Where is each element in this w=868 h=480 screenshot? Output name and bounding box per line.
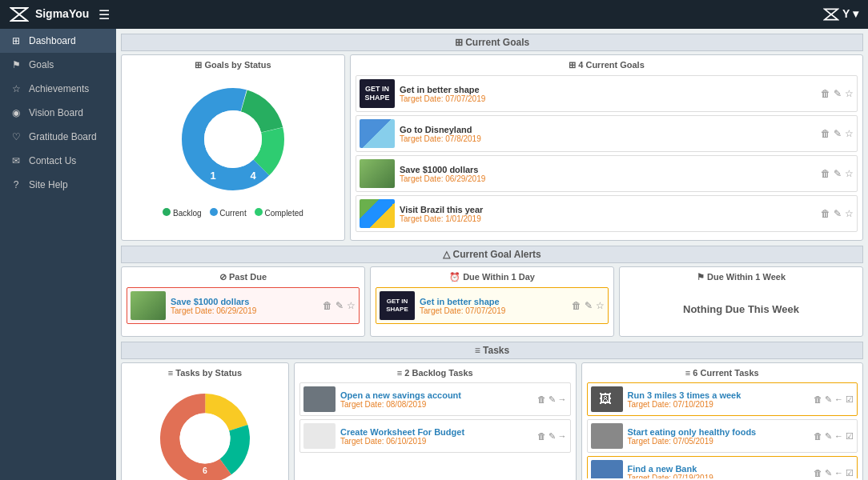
- arrow-task-button[interactable]: →: [558, 431, 567, 442]
- goal-info: Go to Disneyland Target Date: 07/8/2019: [400, 125, 816, 143]
- goals-by-status-card: ⊞ Goals by Status 1 4: [121, 54, 345, 241]
- current-tasks-card: ≡ 6 Current Tasks 🖼 Run 3 miles 3 times …: [581, 362, 864, 480]
- delete-goal-button[interactable]: 🗑: [821, 128, 830, 139]
- delete-goal-button[interactable]: 🗑: [821, 88, 830, 99]
- nothing-due-text: Nothing Due This Week: [625, 287, 858, 331]
- delete-goal-button[interactable]: 🗑: [821, 168, 830, 179]
- tasks-donut-chart: 2 2 6: [149, 382, 261, 480]
- task-info: Open a new savings account Target Date: …: [340, 390, 532, 409]
- delete-task-button[interactable]: 🗑: [814, 394, 822, 405]
- delete-alert-button[interactable]: 🗑: [323, 300, 332, 311]
- goal-item: Save $1000 dollars Target Date: 06/29/20…: [356, 155, 858, 192]
- star-goal-button[interactable]: ☆: [845, 128, 854, 139]
- sidebar-item-dashboard[interactable]: ⊞ Dashboard: [0, 29, 116, 53]
- goal-info: Save $1000 dollars Target Date: 06/29/20…: [400, 165, 816, 183]
- task-item: 🖼 Run 3 miles 3 times a week Target Date…: [587, 382, 858, 416]
- task-thumb-run: 🖼: [591, 386, 623, 412]
- goal-item: Visit Brazil this year Target Date: 1/01…: [356, 195, 858, 232]
- sidebar-item-achievements[interactable]: ☆ Achievements: [0, 77, 116, 101]
- star-goal-button[interactable]: ☆: [845, 208, 854, 219]
- check-task-button[interactable]: ☑: [846, 431, 854, 442]
- current-goals-section-header: ⊞ Current Goals: [121, 34, 863, 51]
- check-task-button[interactable]: ☑: [846, 468, 854, 478]
- task-item: Create Worksheet For Budget Target Date:…: [299, 419, 571, 453]
- task-actions: 🗑 ✎ →: [537, 394, 567, 405]
- site-help-icon: ?: [10, 179, 22, 190]
- goal-actions: 🗑 ✎ ☆: [821, 128, 854, 139]
- task-item: Open a new savings account Target Date: …: [299, 382, 571, 416]
- edit-task-button[interactable]: ✎: [549, 394, 556, 405]
- sidebar-item-site-help[interactable]: ? Site Help: [0, 173, 116, 197]
- sidebar-item-contact-us[interactable]: ✉ Contact Us: [0, 149, 116, 173]
- svg-text:6: 6: [203, 466, 207, 475]
- arrow-left-task-button[interactable]: ←: [834, 394, 843, 405]
- svg-text:4: 4: [250, 170, 256, 182]
- current-tasks-list: 🖼 Run 3 miles 3 times a week Target Date…: [587, 382, 858, 478]
- check-task-button[interactable]: ☑: [846, 394, 854, 405]
- edit-task-button[interactable]: ✎: [549, 431, 556, 442]
- current-goals-list-title: ⊞ 4 Current Goals: [356, 60, 858, 70]
- arrow-task-button[interactable]: →: [558, 394, 567, 405]
- delete-task-button[interactable]: 🗑: [814, 468, 822, 478]
- star-goal-button[interactable]: ☆: [845, 168, 854, 179]
- arrow-left-task-button[interactable]: ←: [834, 431, 843, 442]
- svg-text:1: 1: [230, 110, 235, 122]
- dashboard-icon: ⊞: [10, 35, 22, 46]
- due-1day-actions: 🗑 ✎ ☆: [572, 300, 605, 311]
- app-logo: SigmaYou: [10, 6, 89, 22]
- goal-alerts-section-header: △ Current Goal Alerts: [121, 246, 863, 263]
- goal-thumb-get-in-shape: GET IN SHAPE: [360, 79, 395, 108]
- task-info: Run 3 miles 3 times a week Target Date: …: [628, 390, 810, 409]
- sidebar-item-gratitude-board[interactable]: ♡ Gratitude Board: [0, 125, 116, 149]
- goal-actions: 🗑 ✎ ☆: [821, 88, 854, 99]
- delete-goal-button[interactable]: 🗑: [821, 208, 830, 219]
- edit-task-button[interactable]: ✎: [825, 431, 832, 442]
- svg-text:🖼: 🖼: [599, 392, 612, 406]
- task-info: Start eating only healthy foods Target D…: [628, 427, 810, 446]
- top-nav-left: SigmaYou ☰: [10, 6, 110, 22]
- star-1day-button[interactable]: ☆: [596, 300, 605, 311]
- delete-task-button[interactable]: 🗑: [537, 394, 546, 405]
- edit-1day-button[interactable]: ✎: [585, 300, 593, 311]
- due-1week-card: ⚑ Due Within 1 Week Nothing Due This Wee…: [619, 266, 863, 337]
- due-1day-title: ⏰ Due Within 1 Day: [376, 272, 609, 282]
- goals-icon: ⚑: [10, 59, 22, 70]
- delete-1day-button[interactable]: 🗑: [572, 300, 581, 311]
- delete-task-button[interactable]: 🗑: [537, 431, 546, 442]
- current-tasks-title: ≡ 6 Current Tasks: [587, 368, 858, 378]
- past-due-thumb: [131, 291, 166, 320]
- task-actions: 🗑 ✎ ← ☑: [814, 468, 854, 478]
- goal-item: GET IN SHAPE Get in better shape Target …: [356, 75, 858, 112]
- task-thumb-bank: [591, 460, 623, 478]
- goals-donut-chart: 1 4 1: [169, 75, 297, 203]
- edit-alert-button[interactable]: ✎: [336, 300, 344, 311]
- due-1day-item: GET IN SHAPE Get in better shape Target …: [376, 287, 609, 324]
- edit-goal-button[interactable]: ✎: [834, 168, 842, 179]
- svg-point-12: [180, 414, 231, 464]
- edit-goal-button[interactable]: ✎: [834, 128, 842, 139]
- goal-thumb-brazil: [360, 199, 395, 228]
- sidebar-item-vision-board[interactable]: ◉ Vision Board: [0, 101, 116, 125]
- past-due-info: Save $1000 dollars Target Date: 06/29/20…: [171, 297, 318, 315]
- delete-task-button[interactable]: 🗑: [814, 431, 822, 442]
- goals-by-status-title: ⊞ Goals by Status: [127, 60, 340, 70]
- edit-task-button[interactable]: ✎: [825, 394, 832, 405]
- hamburger-button[interactable]: ☰: [98, 7, 110, 22]
- backlog-tasks-title: ≡ 2 Backlog Tasks: [299, 368, 571, 378]
- star-goal-button[interactable]: ☆: [845, 88, 854, 99]
- svg-text:1: 1: [210, 170, 215, 182]
- star-alert-button[interactable]: ☆: [347, 300, 356, 311]
- sidebar: ⊞ Dashboard ⚑ Goals ☆ Achievements ◉ Vis…: [0, 29, 116, 480]
- edit-goal-button[interactable]: ✎: [834, 88, 842, 99]
- edit-task-button[interactable]: ✎: [825, 468, 832, 478]
- due-1day-info: Get in better shape Target Date: 07/07/2…: [420, 297, 567, 315]
- task-actions: 🗑 ✎ ← ☑: [814, 431, 854, 442]
- sidebar-item-goals[interactable]: ⚑ Goals: [0, 53, 116, 77]
- arrow-left-task-button[interactable]: ←: [834, 468, 843, 478]
- goal-thumb-disneyland: [360, 119, 395, 148]
- due-1week-title: ⚑ Due Within 1 Week: [625, 272, 858, 282]
- edit-goal-button[interactable]: ✎: [834, 208, 842, 219]
- svg-marker-1: [825, 9, 838, 19]
- task-actions: 🗑 ✎ →: [537, 431, 567, 442]
- goal-info: Get in better shape Target Date: 07/07/2…: [400, 85, 816, 103]
